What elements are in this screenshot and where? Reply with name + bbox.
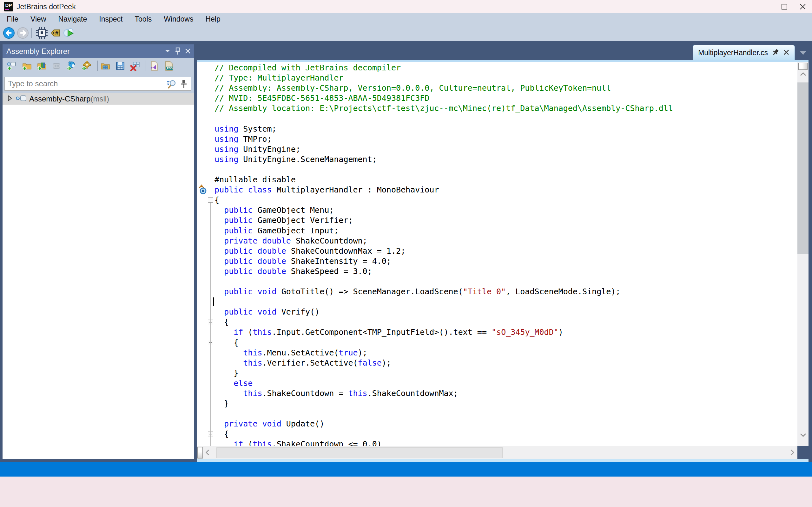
- code-line: {: [197, 195, 797, 205]
- tab-multiplayerhandler[interactable]: MultiplayerHandler.cs: [693, 45, 795, 60]
- menu-file[interactable]: File: [1, 13, 24, 25]
- assembly-explorer-panel: Assembly Explorer PDB Assembly-CSharp (m…: [3, 44, 194, 459]
- assembly-explorer-header[interactable]: Assembly Explorer: [3, 44, 194, 58]
- save-list-icon[interactable]: [115, 61, 125, 71]
- tab-close-icon[interactable]: [783, 49, 790, 57]
- menu-inspect[interactable]: Inspect: [93, 13, 129, 25]
- editor-area: MultiplayerHandler.cs // Decompiled with…: [197, 44, 809, 462]
- close-panel-icon[interactable]: [184, 47, 192, 55]
- code-line: this.Menu.SetActive(true);: [197, 348, 797, 358]
- svg-text:#: #: [55, 30, 58, 37]
- code-line: public class MultiplayerHandler : MonoBe…: [197, 185, 797, 195]
- menu-navigate[interactable]: Navigate: [52, 13, 93, 25]
- disabled-item-icon[interactable]: [52, 61, 62, 71]
- vertical-scrollbar-thumb[interactable]: [797, 82, 809, 253]
- scroll-up-icon[interactable]: [800, 72, 806, 78]
- code-line: {: [197, 338, 797, 348]
- tree-item-suffix: (msil): [91, 95, 109, 103]
- code-line: public double ShakeSpeed = 3.0;: [197, 266, 797, 277]
- code-line: public GameObject Input;: [197, 226, 797, 236]
- csharp-metadata-icon[interactable]: #: [49, 26, 61, 39]
- code-line: [197, 165, 797, 175]
- code-line: public double ShakeCountdownMax = 1.2;: [197, 246, 797, 256]
- tab-label: MultiplayerHandler.cs: [698, 49, 768, 57]
- dotpeek-logo-icon: DP: [4, 2, 13, 11]
- code-line: this.ShakeCountdown = this.ShakeCountdow…: [197, 388, 797, 399]
- add-assembly-icon[interactable]: [7, 61, 17, 71]
- add-library-icon[interactable]: [37, 61, 47, 71]
- generate-pdb-icon[interactable]: PDB: [164, 61, 174, 71]
- horizontal-scrollbar[interactable]: [197, 446, 797, 459]
- add-gac-icon[interactable]: [82, 61, 92, 71]
- close-button[interactable]: [794, 0, 812, 13]
- svg-text:PDB: PDB: [167, 67, 172, 70]
- code-line: using TMPro;: [197, 134, 797, 144]
- code-line: // Assembly: Assembly-CSharp, Version=0.…: [197, 83, 797, 93]
- close-list-icon[interactable]: [130, 61, 140, 71]
- code-line: #nullable disable: [197, 175, 797, 185]
- code-line: public double ShakeIntensity = 4.0;: [197, 256, 797, 266]
- scroll-down-icon[interactable]: [800, 433, 806, 439]
- splitter-handle[interactable]: [798, 63, 808, 70]
- tab-pin-icon[interactable]: [772, 49, 779, 57]
- search-pin-icon[interactable]: [181, 79, 188, 89]
- panel-title: Assembly Explorer: [6, 47, 70, 56]
- open-in-vs-icon[interactable]: [149, 61, 159, 71]
- menu-help[interactable]: Help: [199, 13, 226, 25]
- code-line: // Assembly location: E:\Projects\ctf-te…: [197, 103, 797, 114]
- il-viewer-icon[interactable]: [36, 26, 48, 39]
- code-line: // Type: MultiplayerHandler: [197, 73, 797, 83]
- code-line: [197, 409, 797, 419]
- menu-tools[interactable]: Tools: [129, 13, 158, 25]
- expand-chevron-icon[interactable]: [7, 95, 13, 103]
- code-line: }: [197, 368, 797, 378]
- search-box[interactable]: [4, 77, 191, 91]
- pin-icon[interactable]: [173, 47, 182, 55]
- horizontal-scrollbar-thumb[interactable]: [216, 447, 503, 458]
- code-editor[interactable]: // Decompiled with JetBrains decompiler/…: [197, 62, 797, 446]
- code-line: using UnityEngine.SceneManagement;: [197, 155, 797, 165]
- maximize-button[interactable]: [775, 0, 794, 13]
- vertical-scrollbar[interactable]: [797, 62, 809, 446]
- toolbar-separator: [31, 28, 32, 38]
- code-line: private void Update(): [197, 419, 797, 429]
- forward-button[interactable]: [16, 26, 29, 39]
- minimize-button[interactable]: [756, 0, 774, 13]
- back-button[interactable]: [3, 26, 15, 39]
- code-line: private double ShakeCountdown;: [197, 236, 797, 246]
- assembly-icon: [16, 95, 27, 103]
- taskbar: 搜索 DP 中 23:08 2024/10/15: [0, 476, 812, 507]
- code-line: public GameObject Menu;: [197, 205, 797, 215]
- assembly-explorer-toolbar: PDB: [3, 58, 194, 74]
- scroll-right-icon[interactable]: [790, 449, 795, 457]
- chevron-down-icon[interactable]: [163, 47, 172, 55]
- code-line: using System;: [197, 124, 797, 134]
- code-line: else: [197, 378, 797, 388]
- process-explorer-icon[interactable]: [62, 26, 75, 39]
- code-line: public GameObject Verifier;: [197, 215, 797, 225]
- code-line: public void Verify(): [197, 307, 797, 317]
- tree-item-label: Assembly-CSharp: [29, 95, 91, 103]
- h-splitter-handle[interactable]: [197, 447, 203, 458]
- attach-process-icon[interactable]: [67, 61, 77, 71]
- code-line: {: [197, 317, 797, 327]
- code-line: [197, 114, 797, 124]
- menu-view[interactable]: View: [24, 13, 52, 25]
- tab-list-dropdown-icon[interactable]: [800, 51, 807, 55]
- tree-item-assembly-csharp[interactable]: Assembly-CSharp (msil): [3, 93, 194, 105]
- code-line: [197, 297, 797, 307]
- toolbar-separator: [97, 61, 98, 71]
- code-line: }: [197, 399, 797, 409]
- search-icon[interactable]: [166, 79, 177, 89]
- code-line: if (this.Input.GetComponent<TMP_InputFie…: [197, 327, 797, 337]
- menu-windows[interactable]: Windows: [158, 13, 199, 25]
- code-line: public void GotoTitle() => SceneManager.…: [197, 287, 797, 297]
- search-input[interactable]: [7, 78, 148, 90]
- code-line: using UnityEngine;: [197, 144, 797, 155]
- open-list-icon[interactable]: [100, 61, 110, 71]
- code-line: {: [197, 429, 797, 439]
- scroll-left-icon[interactable]: [205, 449, 210, 457]
- editor-bottom-band: [197, 459, 809, 462]
- code-line: // Decompiled with JetBrains decompiler: [197, 63, 797, 73]
- open-folder-icon[interactable]: [22, 61, 32, 71]
